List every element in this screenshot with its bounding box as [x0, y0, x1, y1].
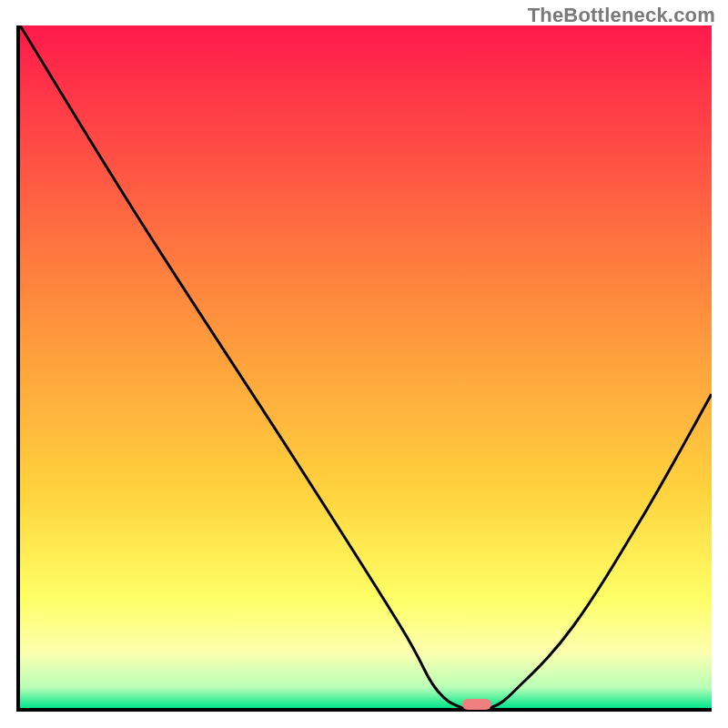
bottleneck-curve-path — [20, 25, 712, 708]
bottleneck-curve-svg — [20, 25, 712, 708]
optimal-point-marker — [462, 699, 491, 710]
chart-container: TheBottleneck.com — [0, 0, 728, 728]
watermark-text: TheBottleneck.com — [528, 4, 715, 27]
plot-area — [16, 25, 712, 712]
